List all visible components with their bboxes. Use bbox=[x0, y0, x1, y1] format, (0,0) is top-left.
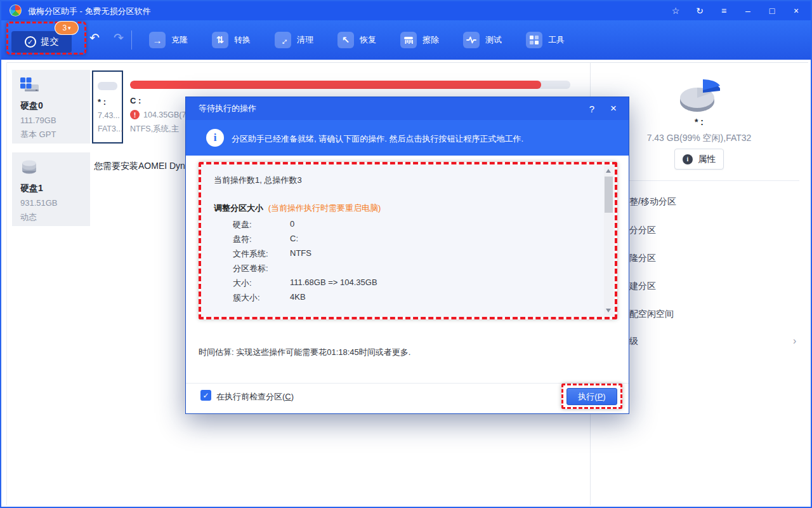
toolbar-item-label: 清理 bbox=[297, 34, 313, 46]
disk-basic-icon bbox=[20, 77, 39, 94]
disk1-info[interactable]: 硬盘1 931.51GB 动态 bbox=[12, 152, 90, 226]
menu-item-create-partition[interactable]: 建分区 bbox=[601, 278, 799, 295]
shredder-icon bbox=[400, 32, 417, 48]
favorite-icon[interactable]: ☆ bbox=[664, 1, 688, 20]
partition-fs: FAT3... bbox=[98, 124, 122, 133]
menu-item-label: 隆分区 bbox=[629, 253, 656, 264]
toolbar-item-tools[interactable]: 工具 bbox=[522, 27, 568, 53]
refresh-icon[interactable]: ↻ bbox=[688, 1, 712, 20]
menu-item-clone-partition[interactable]: 隆分区 bbox=[601, 250, 799, 267]
operation-restart-note: (当前操作执行时需要重启电脑) bbox=[268, 203, 381, 213]
undo-redo-group: ↶ ↷ bbox=[86, 29, 127, 46]
menu-item-resize-move-partition[interactable]: 整/移动分区 bbox=[601, 194, 799, 210]
convert-icon: ⇅ bbox=[212, 32, 228, 48]
alert-icon: ! bbox=[130, 110, 140, 119]
operation-field-filesystem: 文件系统:NTFS bbox=[233, 248, 588, 260]
disk0-name: 硬盘0 bbox=[20, 100, 90, 112]
partition-usage-bar bbox=[98, 82, 117, 90]
toolbar-item-label: 恢复 bbox=[360, 34, 376, 46]
toolbar-item-label: 工具 bbox=[548, 34, 565, 46]
partition-star[interactable]: * : 7.43... FAT3... bbox=[92, 70, 123, 144]
operation-field-size: 大小:111.68GB => 104.35GB bbox=[233, 277, 588, 289]
grid-icon bbox=[526, 32, 542, 48]
time-estimate: 时间估算: 实现这些操作可能需要花01:18:45时间或者更多. bbox=[199, 347, 410, 358]
operation-field-disk: 硬盘:0 bbox=[233, 219, 588, 231]
operation-field-drive-letter: 盘符:C: bbox=[233, 234, 588, 245]
info-circle-icon: i bbox=[206, 129, 224, 147]
properties-button[interactable]: i 属性 bbox=[674, 149, 724, 170]
check-partition-label[interactable]: 在执行前检查分区(C) bbox=[216, 391, 294, 403]
waveform-icon bbox=[463, 32, 480, 48]
title-bar: 傲梅分区助手 - 免费无损分区软件 ☆ ↻ ≡ – □ × bbox=[1, 1, 811, 20]
disk0-size: 111.79GB bbox=[20, 116, 90, 125]
toolbar-item-clone[interactable]: → 克隆 bbox=[145, 27, 192, 53]
menu-item-label: 分分区 bbox=[629, 225, 656, 236]
content-divider bbox=[6, 62, 808, 63]
pending-operations-dialog: 等待执行的操作 ? × i 分区助手已经准备就绪, 请确认下面的操作. 然后点击… bbox=[185, 97, 629, 414]
toolbar-item-test[interactable]: 测试 bbox=[459, 27, 506, 53]
dialog-footer-divider bbox=[186, 383, 629, 384]
scrollbar-thumb[interactable] bbox=[605, 177, 613, 213]
redo-icon[interactable]: ↷ bbox=[110, 29, 127, 46]
properties-label: 属性 bbox=[698, 154, 716, 165]
toolbar-item-recover[interactable]: ↖ 恢复 bbox=[334, 27, 380, 53]
dialog-title: 等待执行的操作 bbox=[199, 103, 256, 114]
dialog-help-button[interactable]: ? bbox=[580, 97, 603, 120]
dialog-info-strip: i 分区助手已经准备就绪, 请确认下面的操作. 然后点击执行按钮让程序正式地工作… bbox=[186, 120, 629, 156]
maximize-button[interactable]: □ bbox=[760, 1, 784, 20]
partition-label: * : bbox=[98, 97, 122, 107]
partition-size: 104.35GB(7 bbox=[143, 110, 186, 119]
minimize-button[interactable]: – bbox=[736, 1, 760, 20]
toolbar-item-label: 测试 bbox=[485, 34, 502, 46]
toolbar-separator bbox=[131, 30, 132, 50]
operations-summary: 当前操作数1, 总操作数3 bbox=[214, 175, 302, 186]
info-icon: i bbox=[683, 154, 693, 164]
toolbar-item-clean[interactable]: ↔ 清理 bbox=[271, 27, 317, 53]
operations-scrollbar[interactable] bbox=[604, 166, 613, 316]
recover-icon: ↖ bbox=[337, 32, 354, 48]
window-controls: ☆ ↻ ≡ – □ × bbox=[664, 1, 808, 20]
badge-count: 3 bbox=[62, 23, 67, 32]
app-title: 傲梅分区助手 - 免费无损分区软件 bbox=[28, 6, 151, 17]
operation-field-cluster-size: 簇大小:4KB bbox=[233, 292, 588, 304]
dialog-message: 分区助手已经准备就绪, 请确认下面的操作. 然后点击执行按钮让程序正式地工作. bbox=[232, 133, 523, 145]
disk0-type: 基本 GPT bbox=[20, 129, 90, 140]
partition-pie-chart bbox=[675, 75, 724, 117]
disk1-name: 硬盘1 bbox=[20, 183, 90, 194]
scroll-down-icon[interactable] bbox=[606, 309, 611, 312]
undo-icon[interactable]: ↶ bbox=[86, 29, 103, 46]
close-button[interactable]: × bbox=[784, 1, 808, 20]
check-partition-checkbox[interactable]: ✓ bbox=[200, 390, 211, 401]
toolbar: ✓ 提交 3 ▾ ↶ ↷ → 克隆 ⇅ 转换 ↔ 清理 ↖ bbox=[1, 20, 811, 60]
menu-item-allocate-free-space[interactable]: 配空闲空间 bbox=[601, 306, 799, 323]
dialog-header[interactable]: 等待执行的操作 ? × bbox=[186, 97, 629, 120]
operations-list[interactable]: 当前操作数1, 总操作数3 调整分区大小 (当前操作执行时需要重启电脑) 硬盘:… bbox=[201, 164, 615, 317]
operation-field-volume-label: 分区卷标: bbox=[233, 263, 588, 274]
menu-item-label: 整/移动分区 bbox=[629, 196, 676, 208]
toolbar-item-label: 擦除 bbox=[422, 34, 439, 46]
menu-icon[interactable]: ≡ bbox=[712, 1, 736, 20]
toolbar-item-convert[interactable]: ⇅ 转换 bbox=[208, 27, 254, 53]
operation-heading: 调整分区大小 (当前操作执行时需要重启电脑) bbox=[214, 203, 381, 214]
disk0-info[interactable]: 硬盘0 111.79GB 基本 GPT bbox=[12, 70, 90, 144]
execute-button[interactable]: 执行(P) bbox=[566, 388, 617, 405]
dialog-close-button[interactable]: × bbox=[602, 97, 625, 120]
partition-usage-bar bbox=[130, 81, 570, 89]
app-window: 傲梅分区助手 - 免费无损分区软件 ☆ ↻ ≡ – □ × ✓ 提交 3 ▾ ↶… bbox=[0, 0, 812, 508]
partition-size: 7.43... bbox=[98, 111, 122, 120]
menu-item-advanced[interactable]: 级 › bbox=[601, 333, 799, 350]
toolbar-item-label: 克隆 bbox=[171, 34, 188, 46]
caret-down-icon: ▾ bbox=[68, 25, 71, 31]
chevron-right-icon: › bbox=[793, 335, 796, 347]
submit-label: 提交 bbox=[41, 36, 59, 48]
scroll-up-icon[interactable] bbox=[606, 169, 611, 173]
clean-icon: ↔ bbox=[275, 32, 291, 48]
operation-name: 调整分区大小 bbox=[214, 203, 263, 213]
pending-count-badge[interactable]: 3 ▾ bbox=[55, 21, 79, 35]
check-circle-icon: ✓ bbox=[25, 36, 36, 48]
menu-item-split-partition[interactable]: 分分区 bbox=[601, 222, 799, 239]
toolbar-item-wipe[interactable]: 擦除 bbox=[396, 27, 443, 53]
disk1-type: 动态 bbox=[20, 211, 90, 223]
disk1-size: 931.51GB bbox=[20, 198, 90, 208]
app-logo-icon bbox=[10, 4, 22, 17]
